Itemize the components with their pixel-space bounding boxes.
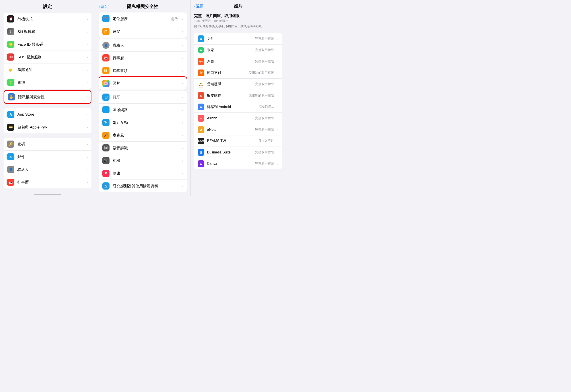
- app-row-business-suite[interactable]: ◎ Business Suite 完整取用權限 ›: [194, 147, 282, 158]
- reminders-label: 提醒事項: [113, 68, 178, 73]
- middle-item-contacts[interactable]: 👤 聯絡人 ›: [99, 39, 187, 52]
- middle-item-localnetwork[interactable]: 🌐 區域網路 ›: [99, 104, 187, 116]
- app-row-shopee[interactable]: S 蝦皮購物 受限制的取用權限 ›: [194, 90, 282, 101]
- sidebar-item-siri[interactable]: 🎙 Siri 與搜尋 ›: [4, 25, 91, 38]
- privacy-label: 隱私權與安全性: [18, 94, 82, 99]
- chevron-icon: ›: [182, 133, 183, 137]
- photo-main-title: 完整「照片圖庫」取用權限: [194, 13, 282, 18]
- middle-item-speech[interactable]: 語音辨識 ›: [99, 142, 187, 154]
- contacts-label: 聯絡人: [17, 167, 83, 172]
- privacy-group: 🖐 隱私權與安全性 ›: [4, 91, 91, 103]
- contacts2-label: 聯絡人: [113, 43, 178, 48]
- app-row-taobao[interactable]: 淘618 淘寶 完整取用權限 ›: [194, 56, 282, 67]
- middle-back-button[interactable]: ‹ 設定: [99, 4, 109, 9]
- airbnb-permission: 完整取用權限: [255, 116, 274, 120]
- reminders-icon: [102, 67, 109, 74]
- siri-icon: 🎙: [7, 28, 14, 35]
- sidebar-item-faceid[interactable]: 🙂 Face ID 與密碼 ›: [4, 38, 91, 51]
- anote-permission: 完整取用權限: [255, 128, 274, 132]
- location-label: 定位服務: [113, 16, 167, 21]
- middle-panel-title: 隱私權與安全性: [127, 4, 158, 10]
- sidebar-item-appstore[interactable]: A App Store ›: [4, 108, 91, 121]
- sidebar-item-exposure[interactable]: ☀️ 暴露通知 ›: [4, 63, 91, 76]
- sidebar-item-calendar[interactable]: 📅 行事曆 ›: [4, 176, 91, 188]
- app-row-mijia[interactable]: 米家 完整取用權限 ›: [194, 44, 282, 56]
- middle-item-health[interactable]: ❤ 健康 ›: [99, 167, 187, 180]
- app-row-jkopay[interactable]: 街 街口支付 受限制的取用權限 ›: [194, 67, 282, 79]
- svg-rect-7: [105, 147, 105, 149]
- middle-item-nearby[interactable]: 📡 鄰近互動 ›: [99, 116, 187, 129]
- right-panel: ‹ 返回 照片 完整「照片圖庫」取用權限 1,383 張照片、184 部影片 照…: [190, 0, 286, 196]
- svg-rect-4: [105, 70, 107, 71]
- app-row-beams[interactable]: BEAMS BEAMS TW 只加入照片 ›: [194, 135, 282, 147]
- bluetooth-label: 藍牙: [113, 95, 178, 100]
- middle-item-microphone[interactable]: 🎤 麥克風 ›: [99, 129, 187, 142]
- chevron-icon: ›: [277, 37, 278, 41]
- calendar2-label: 行事曆: [113, 56, 178, 61]
- wallet-icon: 💳: [7, 124, 14, 131]
- beams-permission: 只加入照片: [258, 139, 274, 143]
- sidebar-item-privacy[interactable]: 🖐 隱私權與安全性 ›: [4, 91, 91, 103]
- app-row-anote[interactable]: a aNote 完整取用權限 ›: [194, 124, 282, 135]
- middle-item-bluetooth[interactable]: ⬡ 藍牙 ›: [99, 91, 187, 104]
- business-suite-app-icon: ◎: [198, 149, 204, 156]
- airbnb-app-icon: ✦: [198, 115, 204, 122]
- canva-permission: 完整取用權限: [255, 162, 274, 166]
- app-row-canva[interactable]: C Canva 完整取用權限 ›: [194, 158, 282, 169]
- research-label: 研究感測器與使用情況資料: [113, 183, 178, 189]
- chevron-icon: ›: [277, 94, 278, 97]
- sidebar-item-wallet[interactable]: 💳 錢包與 Apple Pay ›: [4, 121, 91, 133]
- left-scroll: ⏰ 待機模式 › 🎙 Siri 與搜尋 › 🙂 Face ID 與密碼 › SO…: [0, 11, 95, 196]
- business-suite-permission: 完整取用權限: [255, 150, 274, 154]
- jkopay-permission: 受限制的取用權限: [249, 71, 274, 75]
- calendar2-icon: 📅: [102, 54, 109, 61]
- sidebar-item-mail[interactable]: ✉ 郵件 ›: [4, 151, 91, 163]
- svg-point-12: [200, 49, 201, 50]
- taobao-permission: 完整取用權限: [255, 59, 274, 63]
- svg-marker-14: [199, 83, 203, 86]
- app-row-gdrive[interactable]: 雲端硬碟 完整取用權限 ›: [194, 79, 282, 90]
- middle-item-reminders[interactable]: 提醒事項 ›: [99, 64, 187, 77]
- nearby-label: 鄰近互動: [113, 120, 178, 125]
- chevron-icon: ›: [277, 105, 278, 109]
- chevron-icon: ›: [87, 181, 88, 184]
- documents-app-name: 文件: [207, 37, 253, 41]
- localnetwork-icon: 🌐: [102, 106, 109, 113]
- app-row-airbnb[interactable]: ✦ Airbnb 完整取用權限 ›: [194, 113, 282, 124]
- svg-rect-10: [107, 146, 107, 149]
- mijia-permission: 完整取用權限: [255, 48, 274, 52]
- middle-item-location[interactable]: 📍 定位服務 開啟 ›: [99, 13, 187, 25]
- left-panel: 設定 ⏰ 待機模式 › 🎙 Siri 與搜尋 › 🙂 Face ID 與密碼 ›…: [0, 0, 95, 196]
- research-icon: 🔬: [102, 182, 109, 190]
- chevron-icon: ›: [182, 121, 183, 125]
- privacy-highlighted-container: 🖐 隱私權與安全性 ›: [4, 90, 91, 104]
- chevron-icon: ›: [182, 82, 183, 85]
- app-row-switch2android[interactable]: G 轉移到 Android 完整取用... ›: [194, 101, 282, 113]
- sidebar-item-contacts[interactable]: 👤 聯絡人 ›: [4, 163, 91, 176]
- switch2android-app-icon: G: [198, 104, 204, 110]
- middle-item-calendar[interactable]: 📅 行事曆 ›: [99, 52, 187, 64]
- sidebar-item-standby[interactable]: ⏰ 待機模式 ›: [4, 13, 91, 25]
- chevron-icon: ›: [182, 159, 183, 163]
- exposure-icon: ☀️: [7, 66, 14, 73]
- middle-item-photos[interactable]: 🌸 照片 ›: [99, 77, 187, 90]
- middle-scroll: 📍 定位服務 開啟 › 🔁 追蹤 › 👤 聯絡人 › 📅 行事曆 ›: [95, 11, 190, 196]
- chevron-icon: ›: [182, 171, 183, 175]
- sos-icon: SOS: [7, 54, 14, 61]
- sidebar-item-sos[interactable]: SOS SOS 緊急服務 ›: [4, 51, 91, 63]
- app-row-documents[interactable]: D 文件 完整取用權限 ›: [194, 33, 282, 44]
- left-panel-title: 設定: [0, 0, 95, 11]
- photo-subtitle: 1,383 張照片、184 部影片: [194, 19, 282, 23]
- sidebar-item-passwords[interactable]: 🔑 密碼 ›: [4, 138, 91, 151]
- chevron-icon: ›: [182, 146, 183, 150]
- svg-marker-13: [199, 83, 203, 86]
- middle-item-camera[interactable]: 📷 相機 ›: [99, 154, 187, 167]
- right-back-button[interactable]: ‹ 返回: [194, 3, 204, 9]
- middle-item-tracking[interactable]: 🔁 追蹤 ›: [99, 25, 187, 38]
- middle-item-research[interactable]: 🔬 研究感測器與使用情況資料 ›: [99, 180, 187, 192]
- chevron-icon: ›: [277, 162, 278, 166]
- location-value: 開啟: [170, 16, 178, 21]
- speech-label: 語音辨識: [113, 145, 178, 151]
- sidebar-item-battery[interactable]: 🔋 電池 ›: [4, 76, 91, 89]
- siri-label: Siri 與搜尋: [17, 29, 83, 34]
